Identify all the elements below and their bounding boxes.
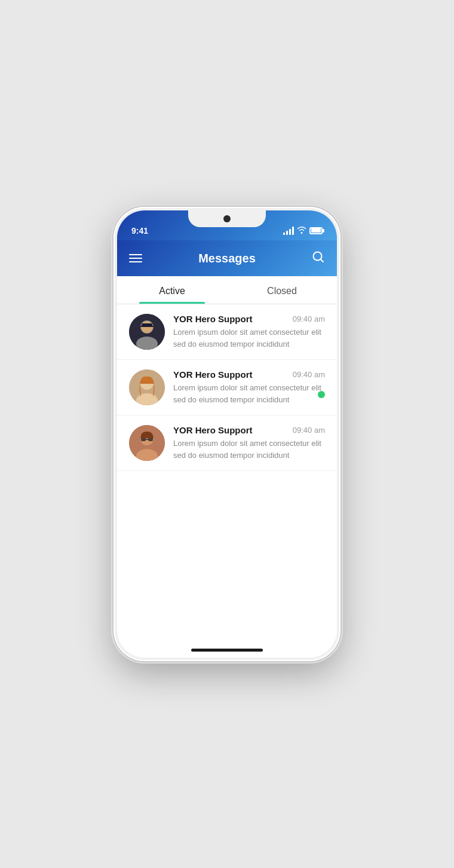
message-time: 09:40 am [293, 370, 325, 379]
signal-icon [283, 227, 294, 235]
tab-closed[interactable]: Closed [227, 276, 337, 304]
home-indicator [191, 649, 263, 652]
message-content: YOR Hero Support 09:40 am Lorem ipsum do… [173, 369, 325, 405]
phone-shell: 9:41 [114, 207, 340, 661]
list-item[interactable]: YOR Hero Support 09:40 am Lorem ipsum do… [117, 360, 337, 415]
camera [223, 215, 231, 222]
phone-wrapper: 9:41 [114, 207, 340, 661]
message-content: YOR Hero Support 09:40 am Lorem ipsum do… [173, 314, 325, 350]
search-icon[interactable] [312, 250, 325, 267]
menu-button[interactable] [129, 254, 142, 262]
sender-name: YOR Hero Support [173, 425, 253, 435]
sender-name: YOR Hero Support [173, 314, 253, 324]
unread-indicator [318, 391, 325, 398]
message-preview: Lorem ipsum dolor sit amet consectetur e… [173, 326, 325, 350]
message-content: YOR Hero Support 09:40 am Lorem ipsum do… [173, 425, 325, 461]
message-preview: Lorem ipsum dolor sit amet consectetur e… [173, 382, 325, 405]
message-time: 09:40 am [293, 314, 325, 323]
page-title: Messages [142, 252, 312, 265]
message-time: 09:40 am [293, 426, 325, 435]
tabs-container: Active Closed [117, 276, 337, 304]
message-preview: Lorem ipsum dolor sit amet consectetur e… [173, 438, 325, 461]
notch [188, 210, 266, 227]
status-icons [283, 225, 323, 236]
list-item[interactable]: YOR Hero Support 09:40 am Lorem ipsum do… [117, 304, 337, 360]
app-header: Messages [117, 240, 337, 276]
battery-icon [309, 227, 323, 234]
avatar [129, 425, 165, 461]
messages-list: YOR Hero Support 09:40 am Lorem ipsum do… [117, 304, 337, 471]
status-time: 9:41 [131, 226, 283, 236]
avatar [129, 314, 165, 350]
sender-name: YOR Hero Support [173, 369, 253, 380]
tab-active[interactable]: Active [117, 276, 227, 304]
svg-rect-7 [140, 326, 154, 327]
screen: 9:41 [117, 210, 337, 658]
wifi-icon [297, 225, 306, 236]
avatar [129, 369, 165, 405]
list-item[interactable]: YOR Hero Support 09:40 am Lorem ipsum do… [117, 415, 337, 471]
